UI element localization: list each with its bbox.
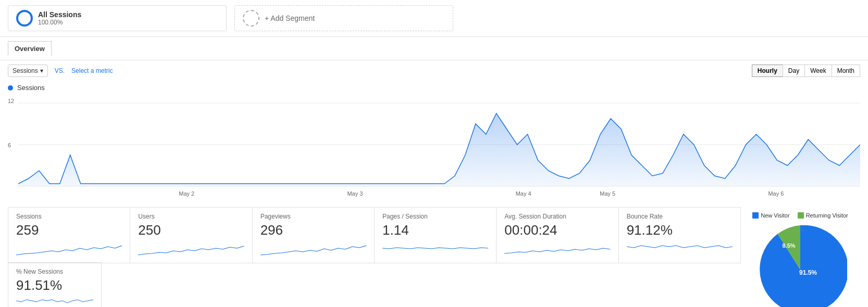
new-visitor-label: New Visitor <box>761 212 789 219</box>
top-bar: All Sessions 100.00% + Add Segment <box>0 0 868 37</box>
sparkline-users <box>138 240 244 256</box>
metric-users: Users 250 <box>130 207 252 263</box>
chart-controls-bar: Sessions ▾ VS. Select a metric Hourly Da… <box>0 60 868 81</box>
add-segment-label: + Add Segment <box>265 14 315 22</box>
metric-pageviews: Pageviews 296 <box>252 207 375 263</box>
svg-text:May 2: May 2 <box>179 190 194 197</box>
y-label-6: 6 <box>8 142 11 148</box>
sparkline-avg-session <box>504 240 610 256</box>
sessions-dropdown[interactable]: Sessions ▾ <box>8 65 48 77</box>
sparkline-new-sessions <box>16 296 93 307</box>
metric-value-pageviews: 296 <box>261 222 366 238</box>
svg-text:91.5%: 91.5% <box>799 269 817 276</box>
svg-text:8.5%: 8.5% <box>782 242 795 249</box>
sessions-legend-label: Sessions <box>17 84 45 92</box>
sparkline-sessions <box>16 240 122 256</box>
metric-name-pageviews: Pageviews <box>261 213 366 220</box>
vs-label: VS. <box>55 67 65 74</box>
tab-overview[interactable]: Overview <box>8 41 52 56</box>
metric-bounce-rate: Bounce Rate 91.12% <box>618 207 741 263</box>
pie-legend: New Visitor Returning Visitor <box>752 212 848 219</box>
metric-value-bounce-rate: 91.12% <box>627 222 733 238</box>
metrics-row-2: % New Sessions 91.51% <box>8 262 740 307</box>
pie-chart: 91.5% 8.5% <box>753 223 847 307</box>
metric-name-pages-session: Pages / Session <box>382 213 488 220</box>
metrics-section: Sessions 259 Users 250 Pageviews 296 <box>8 207 740 307</box>
all-sessions-segment[interactable]: All Sessions 100.00% <box>8 5 227 31</box>
add-segment-box[interactable]: + Add Segment <box>234 5 453 31</box>
chart-svg-container: 12 6 May 2 May 3 May 4 May 5 May <box>8 93 860 207</box>
segment-circle <box>16 10 33 27</box>
returning-visitor-color <box>798 212 804 219</box>
month-button[interactable]: Month <box>832 65 860 77</box>
returning-visitor-label: Returning Visitor <box>806 212 848 219</box>
dropdown-arrow-icon: ▾ <box>40 67 43 74</box>
svg-text:May 6: May 6 <box>768 190 784 197</box>
metric-value-new-sessions: 91.51% <box>16 277 93 293</box>
segment-pct: 100.00% <box>38 19 81 26</box>
metric-value-pages-session: 1.14 <box>382 222 488 238</box>
metric-value-avg-session: 00:00:24 <box>504 222 610 238</box>
metric-value-sessions: 259 <box>16 222 122 238</box>
metric-avg-session: Avg. Session Duration 00:00:24 <box>496 207 618 263</box>
metric-sessions: Sessions 259 <box>8 207 130 263</box>
metric-selector: Sessions ▾ VS. Select a metric <box>8 65 113 77</box>
chart-area: Sessions 12 6 May 2 May 3 Ma <box>0 81 868 207</box>
main-chart-svg: May 2 May 3 May 4 May 5 May 6 <box>18 93 860 197</box>
chart-legend: Sessions <box>8 84 860 92</box>
pie-section: New Visitor Returning Visitor 91.5% 8.5% <box>740 207 860 307</box>
svg-text:May 4: May 4 <box>516 190 531 197</box>
metrics-row-1: Sessions 259 Users 250 Pageviews 296 <box>8 207 740 263</box>
svg-text:May 3: May 3 <box>347 190 363 197</box>
bottom-content: Sessions 259 Users 250 Pageviews 296 <box>0 207 868 307</box>
metric-pages-session: Pages / Session 1.14 <box>374 207 497 263</box>
day-button[interactable]: Day <box>783 65 805 77</box>
time-buttons: Hourly Day Week Month <box>752 65 860 77</box>
metric-value-users: 250 <box>138 222 244 238</box>
metric-new-sessions: % New Sessions 91.51% <box>8 262 102 307</box>
hourly-button[interactable]: Hourly <box>752 65 783 77</box>
segment-name: All Sessions <box>38 10 81 19</box>
sparkline-bounce-rate <box>627 240 733 256</box>
metric-name-bounce-rate: Bounce Rate <box>627 213 733 220</box>
y-label-12: 12 <box>8 98 14 104</box>
new-visitor-legend: New Visitor <box>752 212 789 219</box>
svg-text:May 5: May 5 <box>600 190 615 197</box>
overview-tab-bar: Overview <box>0 37 868 60</box>
metric-name-avg-session: Avg. Session Duration <box>504 213 610 220</box>
returning-visitor-legend: Returning Visitor <box>798 212 848 219</box>
week-button[interactable]: Week <box>804 65 832 77</box>
new-visitor-color <box>752 212 759 219</box>
select-metric-link[interactable]: Select a metric <box>71 67 113 74</box>
add-segment-circle <box>243 10 259 27</box>
sparkline-pages-session <box>382 240 488 256</box>
sessions-label: Sessions <box>13 67 38 74</box>
metric-name-sessions: Sessions <box>16 213 122 220</box>
metric-name-new-sessions: % New Sessions <box>16 268 93 275</box>
sparkline-pageviews <box>261 240 366 256</box>
metric-name-users: Users <box>138 213 244 220</box>
sessions-legend-dot <box>8 85 13 91</box>
